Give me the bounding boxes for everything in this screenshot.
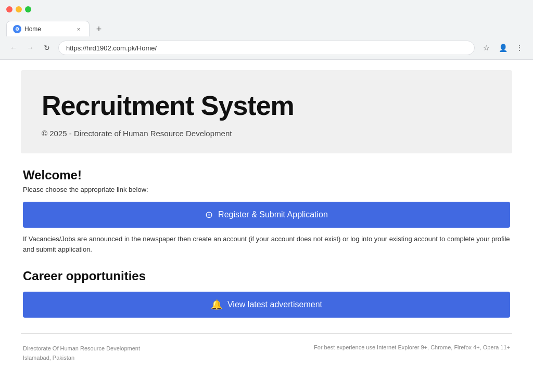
forward-button[interactable]: → (23, 41, 37, 55)
footer-left: Directorate Of Human Resource Developmen… (23, 344, 140, 362)
browser-chrome: ⚙ Home × + ← → ↻ https://hrd1902.com.pk/… (0, 0, 533, 60)
welcome-heading: Welcome! (23, 168, 510, 182)
footer-location: Islamabad, Pakistan (23, 354, 140, 363)
footer-org-name: Directorate Of Human Resource Developmen… (23, 344, 140, 354)
hero-subtitle: © 2025 - Directorate of Human Resource D… (42, 129, 491, 138)
tab-favicon-icon: ⚙ (13, 25, 21, 33)
register-description: If Vacancies/Jobs are announced in the n… (23, 234, 510, 254)
page-footer: Directorate Of Human Resource Developmen… (21, 333, 512, 368)
hero-banner: Recruitment System © 2025 - Directorate … (21, 70, 512, 153)
main-content: Welcome! Please choose the appropriate l… (21, 168, 512, 318)
address-bar[interactable]: https://hrd1902.com.pk/Home/ (58, 41, 475, 55)
menu-icon[interactable]: ⋮ (512, 41, 527, 55)
new-tab-button[interactable]: + (92, 22, 106, 36)
url-display: https://hrd1902.com.pk/Home/ (66, 44, 467, 52)
browser-titlebar (0, 0, 533, 19)
view-advertisement-label: View latest advertisement (227, 300, 322, 309)
page-content: Recruitment System © 2025 - Directorate … (0, 60, 533, 388)
back-button[interactable]: ← (6, 41, 21, 55)
refresh-button[interactable]: ↻ (40, 41, 54, 55)
view-advertisement-button[interactable]: 🔔 View latest advertisement (23, 292, 510, 318)
nav-buttons: ← → ↻ (6, 41, 54, 55)
close-window-button[interactable] (6, 6, 12, 12)
bookmark-icon[interactable]: ☆ (479, 41, 493, 55)
tab-bar: ⚙ Home × + (0, 19, 533, 36)
toolbar-icons: ☆ 👤 ⋮ (479, 41, 527, 55)
maximize-window-button[interactable] (25, 6, 31, 12)
footer-browser-note: For best experience use Internet Explore… (314, 344, 510, 350)
profile-icon[interactable]: 👤 (496, 41, 510, 55)
register-button-label: Register & Submit Application (218, 210, 328, 219)
career-heading: Career opportunities (23, 269, 510, 283)
browser-addressbar: ← → ↻ https://hrd1902.com.pk/Home/ ☆ 👤 ⋮ (0, 36, 533, 59)
welcome-subtext: Please choose the appropriate link below… (23, 186, 510, 193)
active-tab[interactable]: ⚙ Home × (6, 21, 90, 36)
tab-title: Home (24, 25, 71, 33)
page-title: Recruitment System (42, 91, 491, 121)
register-icon: ⊙ (205, 209, 213, 220)
register-submit-button[interactable]: ⊙ Register & Submit Application (23, 202, 510, 228)
traffic-lights (6, 6, 31, 12)
bell-icon: 🔔 (211, 299, 222, 310)
minimize-window-button[interactable] (16, 6, 22, 12)
tab-close-button[interactable]: × (74, 25, 83, 33)
